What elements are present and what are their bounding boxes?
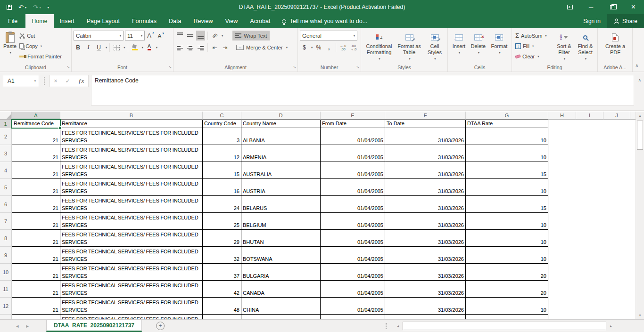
percent-style-button[interactable]: %	[314, 42, 323, 52]
cell-G13[interactable]	[466, 315, 548, 319]
cell-A12[interactable]: 21	[12, 298, 60, 315]
cell-I10[interactable]	[576, 264, 603, 281]
cell-G10[interactable]: 20	[466, 264, 548, 281]
cell-G9[interactable]: 10	[466, 247, 548, 264]
cell-C3[interactable]: 12	[203, 145, 241, 162]
row-header-10[interactable]: 10	[0, 264, 12, 281]
cell-A6[interactable]: 21	[12, 196, 60, 213]
comma-style-button[interactable]: ,	[324, 42, 333, 52]
sheet-nav-right-button[interactable]: ▸	[26, 323, 29, 329]
cell-F2[interactable]: 31/03/2026	[385, 128, 466, 145]
align-left-button[interactable]	[175, 42, 184, 52]
cell-F10[interactable]: 31/03/2026	[385, 264, 466, 281]
cell-J13[interactable]	[603, 315, 630, 319]
cell-I6[interactable]	[576, 196, 603, 213]
cell-A9[interactable]: 21	[12, 247, 60, 264]
tab-page-layout[interactable]: Page Layout	[81, 14, 126, 28]
cell-C11[interactable]: 42	[203, 281, 241, 298]
cell-J8[interactable]	[603, 230, 630, 247]
cell-A3[interactable]: 21	[12, 145, 60, 162]
cell-D12[interactable]: CHINA	[241, 298, 321, 315]
cell-G6[interactable]: 15	[466, 196, 548, 213]
increase-font-size-button[interactable]: A	[146, 31, 155, 40]
formula-input[interactable]: Remittance Code	[91, 75, 634, 105]
cell-G4[interactable]: 15	[466, 162, 548, 179]
create-pdf-button[interactable]: Create a PDF	[603, 30, 627, 64]
sheet-tab-active[interactable]: DTAA_RATE_20250902121737	[46, 320, 142, 332]
bottom-align-button[interactable]	[196, 31, 205, 40]
vertical-scrollbar[interactable]: ▴ ▾	[636, 112, 644, 319]
conditional-formatting-button[interactable]: ≠ Conditional Formatting▾	[363, 30, 395, 64]
cell-I2[interactable]	[576, 128, 603, 145]
tab-view[interactable]: View	[219, 14, 244, 28]
increase-indent-button[interactable]: ⇥	[221, 42, 230, 52]
cell-E10[interactable]: 01/04/2005	[321, 264, 385, 281]
autosum-button[interactable]: ΣAutoSum▾	[514, 31, 553, 40]
col-header-G[interactable]: G	[466, 112, 548, 120]
borders-button[interactable]	[112, 42, 121, 52]
scroll-left-button[interactable]: ◂	[394, 321, 402, 331]
cancel-button[interactable]: ×	[54, 78, 58, 84]
underline-button[interactable]: U	[94, 42, 103, 52]
vertical-scroll-thumb[interactable]	[637, 121, 643, 150]
tab-file[interactable]: File	[0, 14, 25, 28]
increase-decimal-button[interactable]: ←.0.00	[339, 42, 347, 52]
font-color-button[interactable]: A	[145, 42, 154, 52]
cell-I3[interactable]	[576, 145, 603, 162]
ribbon-display-options-button[interactable]	[559, 0, 580, 14]
cell-D2[interactable]: ALBANIA	[241, 128, 321, 145]
cell-J7[interactable]	[603, 213, 630, 230]
redo-button[interactable]: ↷▾	[33, 4, 41, 11]
cut-button[interactable]: Cut	[18, 31, 63, 40]
sort-filter-button[interactable]: AZ Sort & Filter▾	[553, 30, 575, 64]
cell-I7[interactable]	[576, 213, 603, 230]
cell-H10[interactable]	[548, 264, 576, 281]
cell-D11[interactable]: CANADA	[241, 281, 321, 298]
copy-button[interactable]: Copy▾	[18, 41, 63, 51]
tab-scrollbar-splitter[interactable]	[386, 323, 387, 329]
cell-H7[interactable]	[548, 213, 576, 230]
col-header-I[interactable]: I	[576, 112, 603, 120]
collapse-formula-bar-button[interactable]: ∧	[638, 78, 641, 82]
cell-A5[interactable]: 21	[12, 179, 60, 196]
tell-me-box[interactable]: Tell me what you want to do...	[276, 14, 373, 28]
row-header-4[interactable]: 4	[0, 162, 12, 179]
cell-J6[interactable]	[603, 196, 630, 213]
cell-C12[interactable]: 48	[203, 298, 241, 315]
cell-E13[interactable]	[321, 315, 385, 319]
cell-I9[interactable]	[576, 247, 603, 264]
customize-qat-button[interactable]: ▾	[48, 5, 49, 9]
close-button[interactable]: ×	[623, 0, 644, 14]
tab-review[interactable]: Review	[187, 14, 219, 28]
cell-J3[interactable]	[603, 145, 630, 162]
cell-D13[interactable]	[241, 315, 321, 319]
cell-F6[interactable]: 31/03/2026	[385, 196, 466, 213]
decrease-font-size-button[interactable]: A	[157, 31, 165, 40]
cell-J12[interactable]	[603, 298, 630, 315]
row-header-13[interactable]: 13	[0, 315, 12, 319]
tab-acrobat[interactable]: Acrobat	[244, 14, 276, 28]
align-right-button[interactable]	[196, 42, 205, 52]
cell-E11[interactable]: 01/04/2005	[321, 281, 385, 298]
cell-F13[interactable]	[385, 315, 466, 319]
cell-F5[interactable]: 31/03/2026	[385, 179, 466, 196]
cell-D8[interactable]: BHUTAN	[241, 230, 321, 247]
cell-B9[interactable]: FEES FOR TECHNICAL SERVICES/ FEES FOR IN…	[60, 247, 203, 264]
cell-G5[interactable]: 10	[466, 179, 548, 196]
cell-D6[interactable]: BELARUS	[241, 196, 321, 213]
col-header-F[interactable]: F	[385, 112, 466, 120]
merge-center-button[interactable]: ↔ Merge & Center	[235, 42, 284, 52]
cell-H4[interactable]	[548, 162, 576, 179]
cell-J4[interactable]	[603, 162, 630, 179]
cell-E5[interactable]: 01/04/2005	[321, 179, 385, 196]
row-header-3[interactable]: 3	[0, 145, 12, 162]
horizontal-scroll-thumb[interactable]	[403, 322, 606, 330]
italic-button[interactable]: I	[84, 42, 93, 52]
cell-G12[interactable]: 10	[466, 298, 548, 315]
format-cells-button[interactable]: Format▾	[490, 30, 509, 64]
cell-F11[interactable]: 31/03/2026	[385, 281, 466, 298]
cell-J9[interactable]	[603, 247, 630, 264]
cell-G3[interactable]: 10	[466, 145, 548, 162]
clipboard-dialog-launcher[interactable]: ↘	[66, 64, 70, 71]
cell-H13[interactable]	[548, 315, 576, 319]
